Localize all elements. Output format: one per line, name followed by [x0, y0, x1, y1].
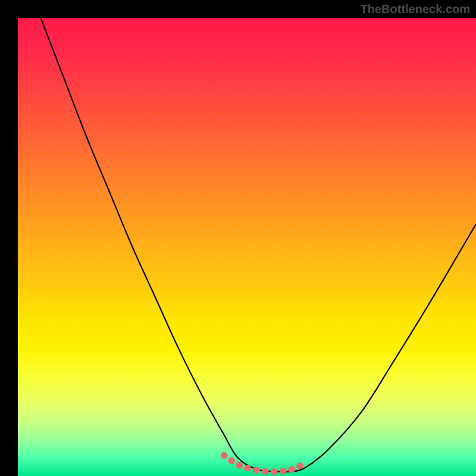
optimal-range-highlight: [224, 455, 307, 471]
plot-area: [18, 18, 476, 476]
curve-svg: [18, 18, 476, 476]
attribution-text: TheBottleneck.com: [361, 2, 470, 16]
bottleneck-curve: [41, 18, 477, 472]
